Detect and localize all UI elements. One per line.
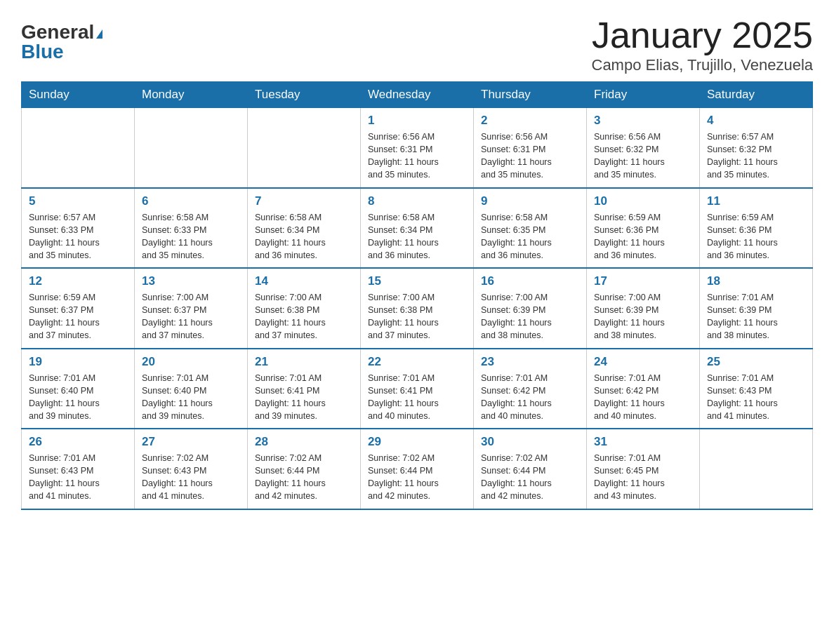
day-info: Sunrise: 6:59 AM Sunset: 6:37 PM Dayligh… <box>29 291 127 342</box>
day-of-week-header: Tuesday <box>248 82 361 108</box>
calendar-cell: 30Sunrise: 7:02 AM Sunset: 6:44 PM Dayli… <box>474 429 587 509</box>
day-info: Sunrise: 7:01 AM Sunset: 6:43 PM Dayligh… <box>707 372 805 423</box>
day-info: Sunrise: 6:57 AM Sunset: 6:32 PM Dayligh… <box>707 130 805 182</box>
calendar-cell <box>248 108 361 188</box>
day-number: 27 <box>142 435 240 449</box>
day-info: Sunrise: 7:01 AM Sunset: 6:42 PM Dayligh… <box>594 372 692 423</box>
calendar-cell: 14Sunrise: 7:00 AM Sunset: 6:38 PM Dayli… <box>248 268 361 349</box>
day-number: 10 <box>594 194 692 208</box>
day-number: 9 <box>481 194 579 208</box>
calendar-cell: 7Sunrise: 6:58 AM Sunset: 6:34 PM Daylig… <box>248 188 361 269</box>
day-info: Sunrise: 7:00 AM Sunset: 6:39 PM Dayligh… <box>594 291 692 342</box>
day-number: 4 <box>707 114 805 128</box>
calendar-header-row: SundayMondayTuesdayWednesdayThursdayFrid… <box>22 82 813 108</box>
day-number: 28 <box>255 435 353 449</box>
day-number: 1 <box>368 114 466 128</box>
calendar-cell: 6Sunrise: 6:58 AM Sunset: 6:33 PM Daylig… <box>135 188 248 269</box>
day-number: 5 <box>29 194 127 208</box>
calendar-cell: 17Sunrise: 7:00 AM Sunset: 6:39 PM Dayli… <box>587 268 700 349</box>
calendar-cell: 9Sunrise: 6:58 AM Sunset: 6:35 PM Daylig… <box>474 188 587 269</box>
calendar-cell: 25Sunrise: 7:01 AM Sunset: 6:43 PM Dayli… <box>700 349 813 429</box>
calendar-cell: 23Sunrise: 7:01 AM Sunset: 6:42 PM Dayli… <box>474 349 587 429</box>
calendar-cell <box>135 108 248 188</box>
calendar-cell: 4Sunrise: 6:57 AM Sunset: 6:32 PM Daylig… <box>700 108 813 188</box>
calendar-cell: 10Sunrise: 6:59 AM Sunset: 6:36 PM Dayli… <box>587 188 700 269</box>
day-info: Sunrise: 6:58 AM Sunset: 6:33 PM Dayligh… <box>142 211 240 262</box>
calendar-table: SundayMondayTuesdayWednesdayThursdayFrid… <box>21 81 813 510</box>
calendar-subtitle: Campo Elias, Trujillo, Venezuela <box>592 56 814 74</box>
logo-triangle-icon <box>96 29 102 39</box>
day-of-week-header: Wednesday <box>361 82 474 108</box>
calendar-cell: 2Sunrise: 6:56 AM Sunset: 6:31 PM Daylig… <box>474 108 587 188</box>
day-number: 17 <box>594 274 692 288</box>
day-info: Sunrise: 6:58 AM Sunset: 6:35 PM Dayligh… <box>481 211 579 262</box>
calendar-cell: 12Sunrise: 6:59 AM Sunset: 6:37 PM Dayli… <box>22 268 135 349</box>
calendar-cell: 29Sunrise: 7:02 AM Sunset: 6:44 PM Dayli… <box>361 429 474 509</box>
calendar-cell: 3Sunrise: 6:56 AM Sunset: 6:32 PM Daylig… <box>587 108 700 188</box>
day-info: Sunrise: 6:58 AM Sunset: 6:34 PM Dayligh… <box>368 211 466 262</box>
day-info: Sunrise: 6:56 AM Sunset: 6:31 PM Dayligh… <box>481 130 579 182</box>
calendar-title: January 2025 <box>592 14 814 56</box>
day-number: 19 <box>29 355 127 369</box>
logo-blue-text: Blue <box>21 41 102 63</box>
day-number: 2 <box>481 114 579 128</box>
day-number: 23 <box>481 355 579 369</box>
day-number: 14 <box>255 274 353 288</box>
day-info: Sunrise: 7:00 AM Sunset: 6:37 PM Dayligh… <box>142 291 240 342</box>
day-number: 30 <box>481 435 579 449</box>
day-info: Sunrise: 7:00 AM Sunset: 6:39 PM Dayligh… <box>481 291 579 342</box>
day-info: Sunrise: 7:02 AM Sunset: 6:43 PM Dayligh… <box>142 452 240 503</box>
day-of-week-header: Thursday <box>474 82 587 108</box>
day-number: 18 <box>707 274 805 288</box>
calendar-cell: 31Sunrise: 7:01 AM Sunset: 6:45 PM Dayli… <box>587 429 700 509</box>
day-info: Sunrise: 7:01 AM Sunset: 6:43 PM Dayligh… <box>29 452 127 503</box>
calendar-cell: 20Sunrise: 7:01 AM Sunset: 6:40 PM Dayli… <box>135 349 248 429</box>
day-number: 13 <box>142 274 240 288</box>
day-number: 22 <box>368 355 466 369</box>
day-of-week-header: Saturday <box>700 82 813 108</box>
day-number: 25 <box>707 355 805 369</box>
day-info: Sunrise: 7:01 AM Sunset: 6:40 PM Dayligh… <box>142 372 240 423</box>
day-number: 26 <box>29 435 127 449</box>
calendar-cell: 19Sunrise: 7:01 AM Sunset: 6:40 PM Dayli… <box>22 349 135 429</box>
day-info: Sunrise: 7:02 AM Sunset: 6:44 PM Dayligh… <box>255 452 353 503</box>
day-info: Sunrise: 7:01 AM Sunset: 6:41 PM Dayligh… <box>255 372 353 423</box>
calendar-week-row: 5Sunrise: 6:57 AM Sunset: 6:33 PM Daylig… <box>22 188 813 269</box>
calendar-cell: 8Sunrise: 6:58 AM Sunset: 6:34 PM Daylig… <box>361 188 474 269</box>
day-info: Sunrise: 6:58 AM Sunset: 6:34 PM Dayligh… <box>255 211 353 262</box>
day-info: Sunrise: 6:56 AM Sunset: 6:31 PM Dayligh… <box>368 130 466 182</box>
day-of-week-header: Sunday <box>22 82 135 108</box>
calendar-cell: 27Sunrise: 7:02 AM Sunset: 6:43 PM Dayli… <box>135 429 248 509</box>
calendar-week-row: 19Sunrise: 7:01 AM Sunset: 6:40 PM Dayli… <box>22 349 813 429</box>
calendar-cell: 15Sunrise: 7:00 AM Sunset: 6:38 PM Dayli… <box>361 268 474 349</box>
calendar-cell: 28Sunrise: 7:02 AM Sunset: 6:44 PM Dayli… <box>248 429 361 509</box>
day-info: Sunrise: 6:57 AM Sunset: 6:33 PM Dayligh… <box>29 211 127 262</box>
day-info: Sunrise: 6:59 AM Sunset: 6:36 PM Dayligh… <box>707 211 805 262</box>
day-number: 16 <box>481 274 579 288</box>
day-number: 7 <box>255 194 353 208</box>
calendar-cell: 11Sunrise: 6:59 AM Sunset: 6:36 PM Dayli… <box>700 188 813 269</box>
day-number: 6 <box>142 194 240 208</box>
calendar-cell: 13Sunrise: 7:00 AM Sunset: 6:37 PM Dayli… <box>135 268 248 349</box>
day-info: Sunrise: 7:01 AM Sunset: 6:42 PM Dayligh… <box>481 372 579 423</box>
day-info: Sunrise: 6:56 AM Sunset: 6:32 PM Dayligh… <box>594 130 692 182</box>
day-info: Sunrise: 7:01 AM Sunset: 6:39 PM Dayligh… <box>707 291 805 342</box>
logo: General Blue <box>21 21 102 63</box>
calendar-week-row: 26Sunrise: 7:01 AM Sunset: 6:43 PM Dayli… <box>22 429 813 509</box>
day-info: Sunrise: 7:00 AM Sunset: 6:38 PM Dayligh… <box>255 291 353 342</box>
calendar-cell: 16Sunrise: 7:00 AM Sunset: 6:39 PM Dayli… <box>474 268 587 349</box>
day-number: 15 <box>368 274 466 288</box>
day-number: 24 <box>594 355 692 369</box>
calendar-cell: 21Sunrise: 7:01 AM Sunset: 6:41 PM Dayli… <box>248 349 361 429</box>
day-of-week-header: Monday <box>135 82 248 108</box>
day-info: Sunrise: 7:02 AM Sunset: 6:44 PM Dayligh… <box>368 452 466 503</box>
title-area: January 2025 Campo Elias, Trujillo, Vene… <box>592 14 814 74</box>
day-of-week-header: Friday <box>587 82 700 108</box>
day-number: 8 <box>368 194 466 208</box>
day-number: 3 <box>594 114 692 128</box>
day-number: 12 <box>29 274 127 288</box>
day-info: Sunrise: 6:59 AM Sunset: 6:36 PM Dayligh… <box>594 211 692 262</box>
day-number: 20 <box>142 355 240 369</box>
day-number: 29 <box>368 435 466 449</box>
calendar-cell: 24Sunrise: 7:01 AM Sunset: 6:42 PM Dayli… <box>587 349 700 429</box>
